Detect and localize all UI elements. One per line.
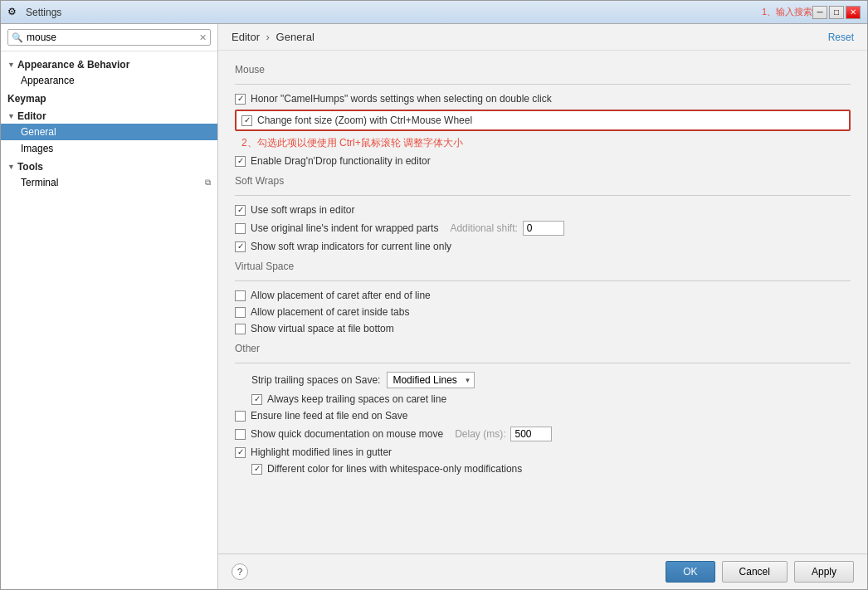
fontsize-container: Change font size (Zoom) with Ctrl+Mouse …: [235, 110, 851, 150]
highlight-modified-row: Highlight modified lines in gutter: [235, 446, 851, 458]
fontsize-label: Change font size (Zoom) with Ctrl+Mouse …: [257, 115, 472, 126]
dragdrop-checkbox[interactable]: [235, 156, 246, 167]
breadcrumb: Editor › General: [232, 31, 315, 43]
diff-color-checkbox[interactable]: [251, 464, 262, 475]
general-label: General: [21, 126, 56, 138]
softwraps-divider: [235, 195, 851, 196]
delay-ms-input[interactable]: [510, 427, 552, 441]
fontsize-checkbox[interactable]: [241, 115, 252, 126]
apply-button[interactable]: Apply: [794, 561, 854, 583]
settings-icon: ⚙: [7, 6, 21, 19]
original-indent-row: Use original line's indent for wrapped p…: [235, 221, 851, 236]
diff-color-row: Different color for lines with whitespac…: [235, 463, 851, 475]
show-virtual-label: Show virtual space at file bottom: [251, 323, 394, 334]
original-indent-checkbox[interactable]: [235, 223, 246, 234]
placement-tabs-row: Allow placement of caret inside tabs: [235, 306, 851, 318]
strip-trailing-row: Strip trailing spaces on Save: None Modi…: [235, 372, 851, 388]
placement-end-label: Allow placement of caret after end of li…: [251, 290, 431, 301]
delay-ms-label: Delay (ms):: [455, 428, 505, 440]
softwraps-section-title: Soft Wraps: [235, 175, 851, 187]
window-title: Settings: [26, 7, 755, 18]
original-indent-label: Use original line's indent for wrapped p…: [251, 222, 438, 234]
annotation2: 2、勾选此项以便使用 Ctrl+鼠标滚轮 调整字体大小: [241, 137, 463, 149]
sidebar-item-terminal[interactable]: Terminal ⧉: [1, 174, 217, 191]
chevron-down-icon3: ▼: [7, 163, 15, 171]
show-indicators-label: Show soft wrap indicators for current li…: [251, 241, 451, 252]
sidebar-item-appearance-behavior[interactable]: ▼ Appearance & Behavior: [1, 55, 217, 72]
dragdrop-row: Enable Drag'n'Drop functionality in edit…: [235, 155, 851, 167]
other-divider: [235, 363, 851, 363]
strip-trailing-label: Strip trailing spaces on Save:: [235, 374, 380, 386]
sidebar-item-keymap[interactable]: Keymap: [1, 89, 217, 106]
sidebar-item-appearance[interactable]: Appearance: [1, 72, 217, 89]
ensure-linefeed-checkbox[interactable]: [235, 411, 246, 422]
dragdrop-label: Enable Drag'n'Drop functionality in edit…: [251, 155, 431, 167]
ensure-linefeed-label: Ensure line feed at file end on Save: [251, 410, 407, 422]
help-button[interactable]: ?: [232, 563, 248, 580]
other-section-title: Other: [235, 343, 851, 354]
placement-tabs-checkbox[interactable]: [235, 307, 246, 318]
sidebar-item-general[interactable]: General: [1, 124, 217, 140]
show-virtual-row: Show virtual space at file bottom: [235, 323, 851, 334]
breadcrumb-part1: Editor: [232, 31, 260, 43]
annotation1: 1、输入搜索: [762, 6, 812, 18]
placement-end-checkbox[interactable]: [235, 290, 246, 301]
bottom-buttons: OK Cancel Apply: [666, 561, 854, 583]
images-label: Images: [21, 143, 53, 154]
show-indicators-row: Show soft wrap indicators for current li…: [235, 241, 851, 252]
breadcrumb-sep: ›: [266, 31, 270, 43]
use-softwrap-label: Use soft wraps in editor: [251, 204, 354, 216]
show-indicators-checkbox[interactable]: [235, 241, 246, 252]
sidebar-item-tools[interactable]: ▼ Tools: [1, 157, 217, 174]
use-softwrap-row: Use soft wraps in editor: [235, 204, 851, 216]
search-input[interactable]: [27, 32, 199, 43]
quick-doc-label: Show quick documentation on mouse move: [251, 428, 443, 440]
camelhumps-checkbox[interactable]: [235, 94, 246, 105]
close-button[interactable]: ✕: [846, 6, 861, 19]
show-virtual-checkbox[interactable]: [235, 324, 246, 334]
mouse-section-title: Mouse: [235, 64, 851, 76]
chevron-down-icon2: ▼: [7, 112, 15, 120]
keep-trailing-row: Always keep trailing spaces on caret lin…: [235, 393, 851, 405]
terminal-label: Terminal: [21, 177, 58, 188]
camelhumps-label: Honor "CamelHumps" words settings when s…: [251, 93, 552, 105]
reset-link[interactable]: Reset: [828, 32, 854, 43]
use-softwrap-checkbox[interactable]: [235, 205, 246, 216]
quick-doc-checkbox[interactable]: [235, 429, 246, 440]
highlight-modified-checkbox[interactable]: [235, 447, 246, 458]
strip-trailing-dropdown[interactable]: None Modified Lines All: [387, 372, 475, 388]
strip-trailing-dropdown-container: None Modified Lines All: [387, 372, 475, 388]
bottom-bar: ? OK Cancel Apply: [218, 553, 867, 589]
appearance-behavior-label: Appearance & Behavior: [17, 59, 129, 71]
virtual-space-section-title: Virtual Space: [235, 261, 851, 272]
additional-shift-input[interactable]: [523, 221, 564, 236]
search-icon: 🔍: [12, 32, 23, 43]
quick-doc-row: Show quick documentation on mouse move D…: [235, 427, 851, 441]
sidebar-item-editor[interactable]: ▼ Editor: [1, 106, 217, 124]
sidebar: 🔍 ✕ ▼ Appearance & Behavior Appearance K…: [1, 24, 218, 589]
mouse-divider: [235, 84, 851, 85]
sidebar-item-images[interactable]: Images: [1, 140, 217, 157]
highlight-modified-label: Highlight modified lines in gutter: [251, 446, 392, 458]
search-input-wrap[interactable]: 🔍 ✕: [7, 29, 211, 46]
title-bar-buttons: ─ □ ✕: [812, 6, 861, 19]
fontsize-row: Change font size (Zoom) with Ctrl+Mouse …: [235, 110, 851, 131]
settings-body: Mouse Honor "CamelHumps" words settings …: [218, 51, 867, 553]
ok-button[interactable]: OK: [666, 561, 714, 583]
breadcrumb-part2: General: [276, 31, 315, 43]
placement-end-row: Allow placement of caret after end of li…: [235, 290, 851, 301]
sidebar-tree: ▼ Appearance & Behavior Appearance Keyma…: [1, 51, 217, 589]
search-clear-icon[interactable]: ✕: [199, 32, 207, 43]
title-bar: ⚙ Settings 1、输入搜索 ─ □ ✕: [1, 1, 867, 24]
keep-trailing-checkbox[interactable]: [251, 394, 262, 405]
maximize-button[interactable]: □: [829, 6, 844, 19]
search-box: 🔍 ✕: [1, 24, 217, 51]
cancel-button[interactable]: Cancel: [722, 561, 788, 583]
ensure-linefeed-row: Ensure line feed at file end on Save: [235, 410, 851, 422]
minimize-button[interactable]: ─: [812, 6, 827, 19]
keep-trailing-label: Always keep trailing spaces on caret lin…: [267, 393, 446, 405]
right-panel: Editor › General Reset Mouse Honor "Came…: [218, 24, 867, 589]
diff-color-label: Different color for lines with whitespac…: [267, 463, 522, 475]
placement-tabs-label: Allow placement of caret inside tabs: [251, 306, 409, 318]
editor-label: Editor: [17, 110, 46, 122]
